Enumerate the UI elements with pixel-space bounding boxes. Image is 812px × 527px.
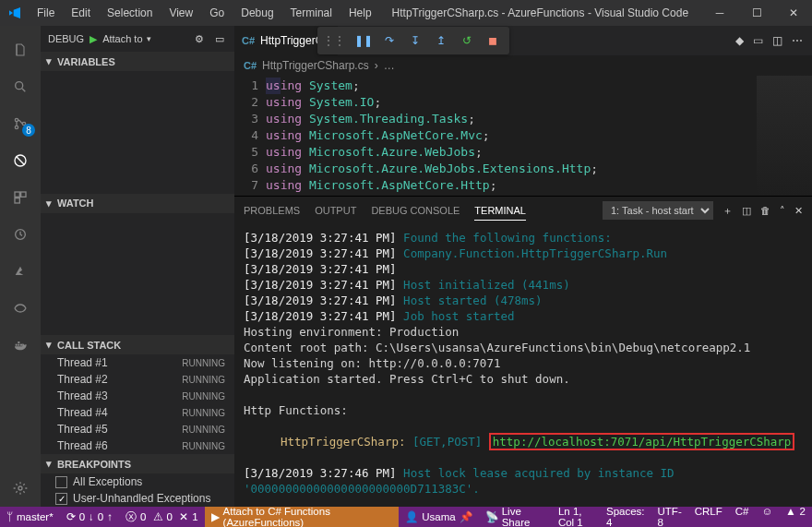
kill-terminal-button[interactable]: 🗑 (760, 205, 770, 216)
menu-help[interactable]: Help (341, 3, 379, 23)
maximize-button[interactable]: ☐ (738, 0, 775, 26)
new-terminal-button[interactable]: ＋ (722, 204, 733, 218)
split-terminal-button[interactable]: ◫ (742, 205, 751, 217)
callstack-body: Thread #1RUNNINGThread #2RUNNINGThread #… (41, 354, 234, 454)
panel: PROBLEMS OUTPUT DEBUG CONSOLE TERMINAL 1… (234, 196, 812, 507)
editor-tabs: C# HttpTriggerCS ⋮⋮ ❚❚ ↷ ↧ ↥ ↺ ◼ ◆ ▭ ◫ ⋯ (234, 26, 812, 55)
breakpoint-row[interactable]: All Exceptions (41, 473, 234, 490)
status-bar: ᛘ master* ⟳ 0↓ 0↑ ⓧ 0 ⚠ 0 ✕ 1 ▶ Attach t… (0, 507, 812, 527)
menu-go[interactable]: Go (202, 3, 232, 23)
svg-rect-6 (21, 192, 26, 197)
status-feedback-icon[interactable]: ☺ (755, 506, 779, 517)
status-notifications[interactable]: ▲2 (779, 506, 812, 517)
settings-icon[interactable] (0, 470, 41, 507)
panel-tab-terminal[interactable]: TERMINAL (474, 201, 526, 221)
variables-header[interactable]: ▾VARIABLES (41, 52, 234, 71)
compare-icon[interactable]: ◆ (735, 34, 744, 47)
status-encoding[interactable]: UTF-8 (651, 506, 688, 527)
status-problems[interactable]: ⓧ 0 ⚠ 0 ✕ 1 (119, 507, 205, 527)
svg-point-13 (18, 486, 22, 490)
panel-tab-problems[interactable]: PROBLEMS (244, 201, 300, 220)
open-preview-icon[interactable]: ▭ (753, 34, 763, 47)
callstack-header[interactable]: ▾CALL STACK (41, 335, 234, 354)
panel-maximize-button[interactable]: ˄ (780, 205, 785, 217)
activity-item-1-icon[interactable] (0, 216, 41, 253)
menu-file[interactable]: File (30, 3, 62, 23)
terminal-select[interactable]: 1: Task - host start (603, 201, 713, 220)
menu-view[interactable]: View (161, 3, 200, 23)
callstack-row[interactable]: Thread #1RUNNING (41, 354, 234, 371)
scm-icon[interactable]: 8 (0, 105, 41, 142)
debug-config-dropdown[interactable]: Attach to ▾ (102, 33, 186, 44)
vscode-logo-icon (0, 6, 30, 20)
svg-rect-9 (16, 344, 18, 346)
status-eol[interactable]: CRLF (688, 506, 729, 517)
csharp-icon: C# (242, 35, 255, 46)
callstack-row[interactable]: Thread #5RUNNING (41, 421, 234, 437)
search-icon[interactable] (0, 68, 41, 105)
watch-body (41, 213, 234, 336)
split-editor-icon[interactable]: ◫ (772, 34, 782, 47)
explorer-icon[interactable] (0, 31, 41, 68)
callstack-row[interactable]: Thread #2RUNNING (41, 371, 234, 388)
status-liveshare[interactable]: 📡 Live Share (479, 507, 552, 527)
svg-rect-5 (15, 192, 19, 197)
status-spaces[interactable]: Spaces: 4 (600, 506, 651, 527)
activity-item-2-icon[interactable] (0, 290, 41, 327)
stop-button[interactable]: ◼ (482, 30, 504, 52)
checkbox[interactable] (55, 493, 67, 505)
menu-selection[interactable]: Selection (100, 3, 160, 23)
docker-icon[interactable] (0, 327, 41, 364)
breakpoints-header[interactable]: ▾BREAKPOINTS (41, 454, 234, 473)
watch-header[interactable]: ▾WATCH (41, 194, 234, 213)
step-into-button[interactable]: ↧ (404, 30, 426, 52)
status-lang[interactable]: C# (729, 506, 756, 517)
debug-console-icon[interactable]: ▭ (212, 33, 227, 45)
breadcrumb[interactable]: C# HttpTriggerCSharp.cs › … (234, 55, 812, 76)
breadcrumb-file[interactable]: HttpTriggerCSharp.cs (262, 59, 369, 72)
editor-area: C# HttpTriggerCS ⋮⋮ ❚❚ ↷ ↧ ↥ ↺ ◼ ◆ ▭ ◫ ⋯… (234, 26, 812, 507)
restart-button[interactable]: ↺ (456, 30, 478, 52)
step-out-button[interactable]: ↥ (430, 30, 452, 52)
debug-icon[interactable] (0, 142, 41, 179)
menu-edit[interactable]: Edit (64, 3, 98, 23)
close-button[interactable]: ✕ (775, 0, 812, 26)
status-branch[interactable]: ᛘ master* (0, 507, 60, 527)
svg-rect-10 (18, 344, 19, 346)
status-user[interactable]: 👤 Usama 📌 (399, 507, 478, 527)
callstack-row[interactable]: Thread #4RUNNING (41, 404, 234, 421)
minimize-button[interactable]: ─ (701, 0, 738, 26)
callstack-row[interactable]: Thread #3RUNNING (41, 388, 234, 404)
svg-rect-11 (20, 344, 22, 346)
svg-point-0 (16, 82, 23, 90)
menu-bar: File Edit Selection View Go Debug Termin… (30, 3, 379, 23)
panel-close-button[interactable]: ✕ (794, 205, 803, 217)
svg-rect-12 (18, 341, 19, 343)
extensions-icon[interactable] (0, 179, 41, 216)
status-cursor[interactable]: Ln 1, Col 1 (552, 506, 600, 527)
debug-settings-icon[interactable]: ⚙ (192, 33, 207, 45)
panel-tab-debugconsole[interactable]: DEBUG CONSOLE (371, 201, 460, 220)
step-over-button[interactable]: ↷ (378, 30, 400, 52)
more-icon[interactable]: ⋯ (792, 34, 803, 47)
minimap[interactable] (757, 76, 812, 196)
azure-icon[interactable] (0, 253, 41, 290)
menu-terminal[interactable]: Terminal (283, 3, 340, 23)
drag-handle-icon[interactable]: ⋮⋮ (323, 34, 349, 47)
menu-debug[interactable]: Debug (233, 3, 281, 23)
breakpoint-row[interactable]: User-Unhandled Exceptions (41, 490, 234, 507)
terminal-output[interactable]: [3/18/2019 3:27:41 PM] Found the followi… (234, 224, 812, 507)
panel-tab-output[interactable]: OUTPUT (315, 201, 356, 220)
variables-body (41, 71, 234, 194)
start-debug-button[interactable]: ▶ (90, 33, 97, 45)
debug-toolbar[interactable]: ⋮⋮ ❚❚ ↷ ↧ ↥ ↺ ◼ (317, 27, 509, 54)
code-editor[interactable]: 1234567 using System;using System.IO;usi… (234, 76, 812, 196)
status-debug-target[interactable]: ▶ Attach to C# Functions (AzureFunctions… (205, 507, 400, 527)
chevron-right-icon: › (375, 59, 378, 72)
checkbox[interactable] (55, 476, 67, 488)
activity-bar: 8 (0, 26, 41, 507)
breadcrumb-more[interactable]: … (384, 59, 395, 72)
pause-button[interactable]: ❚❚ (352, 30, 375, 52)
status-sync[interactable]: ⟳ 0↓ 0↑ (60, 507, 119, 527)
callstack-row[interactable]: Thread #6RUNNING (41, 437, 234, 454)
